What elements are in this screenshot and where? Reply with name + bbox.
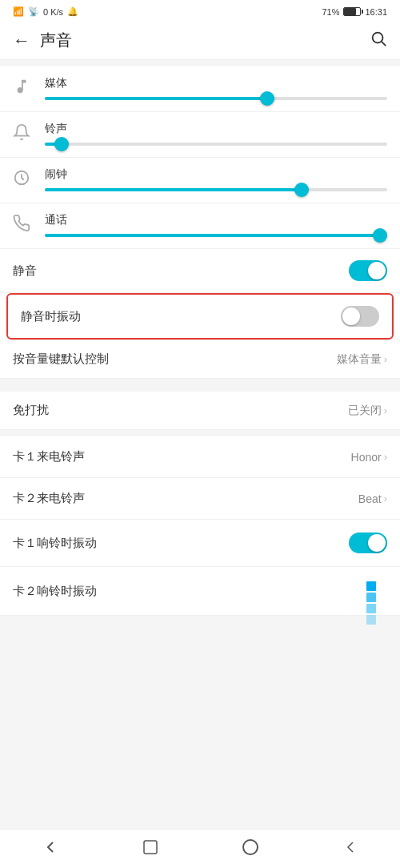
chevron-icon-4: › bbox=[384, 492, 387, 504]
sliders-section: 媒体 铃声 bbox=[0, 66, 400, 379]
sim1-vibrate-toggle[interactable] bbox=[349, 532, 387, 553]
ringtone-slider-row: 铃声 bbox=[0, 112, 400, 158]
sim2-ringtone-value-text: Beat bbox=[358, 492, 382, 505]
vibrate-on-silent-row: 静音时振动 bbox=[6, 293, 394, 340]
ringtone-thumb bbox=[54, 137, 69, 151]
call-slider-row: 通话 bbox=[0, 203, 400, 249]
sim1-ringtone-label: 卡１来电铃声 bbox=[13, 449, 85, 464]
svg-line-1 bbox=[382, 42, 386, 46]
sim2-vibrate-row: 卡２响铃时振动 bbox=[0, 567, 400, 616]
vibrate-on-silent-label: 静音时振动 bbox=[21, 309, 81, 324]
chevron-icon: › bbox=[384, 353, 387, 365]
card-section: 卡１来电铃声 Honor › 卡２来电铃声 Beat › 卡１响铃时振动 卡２响… bbox=[0, 436, 400, 616]
bottom-nav-bar bbox=[0, 829, 400, 868]
volume-key-control-row[interactable]: 按音量键默认控制 媒体音量 › bbox=[0, 340, 400, 379]
alarm-fill bbox=[45, 188, 302, 191]
sim2-ringtone-label: 卡２来电铃声 bbox=[13, 491, 85, 506]
sim2-ringtone-row[interactable]: 卡２来电铃声 Beat › bbox=[0, 478, 400, 520]
status-right: 71% 16:31 bbox=[322, 7, 387, 17]
vibrate-on-silent-knob bbox=[342, 307, 360, 325]
network-speed: 0 K/s bbox=[43, 7, 63, 17]
ringtone-track[interactable] bbox=[45, 143, 387, 146]
section-spacer-1 bbox=[0, 379, 400, 385]
sim1-vibrate-knob bbox=[368, 534, 386, 552]
battery-icon bbox=[343, 7, 361, 16]
phone-icon bbox=[13, 215, 45, 236]
do-not-disturb-row[interactable]: 免打扰 已关闭 › bbox=[0, 392, 400, 430]
status-bar: 📶 📡 0 K/s 🔔 71% 16:31 bbox=[0, 0, 400, 22]
battery-percent: 71% bbox=[322, 7, 339, 17]
back-button[interactable]: ← bbox=[13, 30, 30, 51]
vibrate-on-silent-toggle[interactable] bbox=[341, 306, 379, 327]
call-track[interactable] bbox=[45, 234, 387, 237]
status-left: 📶 📡 0 K/s 🔔 bbox=[13, 6, 78, 17]
page-title: 声音 bbox=[40, 30, 370, 51]
media-slider-row: 媒体 bbox=[0, 66, 400, 112]
svg-point-0 bbox=[373, 33, 383, 43]
sim1-ringtone-value-text: Honor bbox=[351, 451, 382, 464]
alarm-label: 闹钟 bbox=[45, 167, 387, 182]
menu-nav-button[interactable] bbox=[341, 838, 360, 857]
silent-toggle-knob bbox=[368, 262, 386, 279]
alarm-track[interactable] bbox=[45, 188, 387, 191]
recents-nav-button[interactable] bbox=[241, 838, 260, 857]
media-slider-content: 媒体 bbox=[45, 76, 387, 100]
clock-time: 16:31 bbox=[365, 7, 387, 17]
volume-key-value-text: 媒体音量 bbox=[337, 352, 382, 367]
chevron-icon-3: › bbox=[384, 451, 387, 463]
wifi-icon: 📡 bbox=[28, 6, 39, 17]
silent-toggle[interactable] bbox=[349, 260, 387, 281]
notification-icon: 🔔 bbox=[67, 6, 78, 17]
volume-key-value: 媒体音量 › bbox=[337, 352, 387, 367]
do-not-disturb-section: 免打扰 已关闭 › bbox=[0, 392, 400, 430]
silent-row: 静音 bbox=[0, 249, 400, 293]
clock-icon bbox=[13, 169, 45, 191]
back-nav-button[interactable] bbox=[41, 838, 60, 857]
do-not-disturb-value: 已关闭 › bbox=[348, 404, 387, 418]
home-nav-button[interactable] bbox=[141, 838, 160, 857]
call-thumb bbox=[373, 228, 387, 243]
call-label: 通话 bbox=[45, 213, 387, 227]
volume-key-label: 按音量键默认控制 bbox=[13, 352, 109, 367]
alarm-slider-content: 闹钟 bbox=[45, 167, 387, 191]
sim1-ringtone-value: Honor › bbox=[351, 451, 387, 464]
music-note-icon bbox=[13, 78, 45, 99]
ringtone-label: 铃声 bbox=[45, 122, 387, 136]
silent-label: 静音 bbox=[13, 263, 37, 279]
media-fill bbox=[45, 97, 267, 100]
do-not-disturb-value-text: 已关闭 bbox=[348, 404, 382, 418]
call-fill bbox=[45, 234, 380, 237]
media-label: 媒体 bbox=[45, 76, 387, 90]
do-not-disturb-label: 免打扰 bbox=[13, 403, 49, 418]
svg-rect-4 bbox=[144, 841, 157, 854]
sim1-ringtone-row[interactable]: 卡１来电铃声 Honor › bbox=[0, 436, 400, 478]
top-nav: ← 声音 bbox=[0, 22, 400, 60]
media-thumb bbox=[260, 91, 274, 106]
sim1-vibrate-label: 卡１响铃时振动 bbox=[13, 536, 97, 551]
sim2-ringtone-value: Beat › bbox=[358, 492, 387, 505]
chevron-icon-2: › bbox=[384, 404, 387, 416]
sim2-vibrate-label: 卡２响铃时振动 bbox=[13, 584, 97, 599]
section-spacer-2 bbox=[0, 430, 400, 436]
ringtone-slider-content: 铃声 bbox=[45, 122, 387, 146]
svg-point-5 bbox=[243, 840, 258, 854]
signal-icon: 📶 bbox=[13, 6, 24, 17]
windows-logo-icon bbox=[365, 580, 387, 602]
call-slider-content: 通话 bbox=[45, 213, 387, 237]
search-button[interactable] bbox=[370, 30, 387, 51]
sim1-vibrate-row: 卡１响铃时振动 bbox=[0, 520, 400, 567]
media-track[interactable] bbox=[45, 97, 387, 100]
alarm-slider-row: 闹钟 bbox=[0, 158, 400, 203]
alarm-thumb bbox=[294, 183, 309, 197]
bell-icon bbox=[13, 123, 45, 145]
